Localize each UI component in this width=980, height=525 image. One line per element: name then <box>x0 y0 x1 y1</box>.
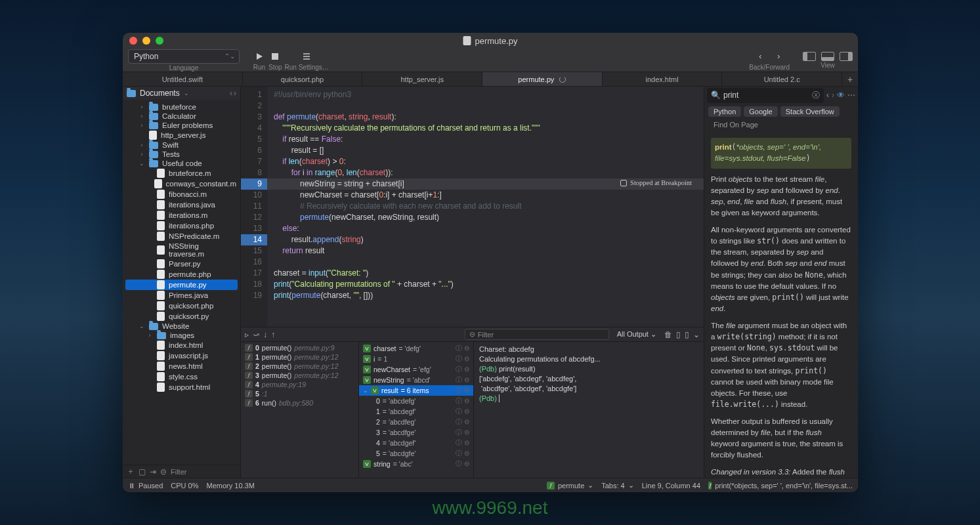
line-number[interactable]: 6 <box>241 145 262 156</box>
line-number[interactable]: 19 <box>241 290 262 301</box>
folder-swift[interactable]: ›Swift <box>123 140 240 150</box>
line-number[interactable]: 8 <box>241 167 262 178</box>
clear-icon[interactable]: ⓧ <box>812 90 820 101</box>
variable-row[interactable]: 1 = 'abcdegf'ⓘ ⊖ <box>359 406 473 417</box>
tab-untitled-2-c[interactable]: Untitled 2.c <box>722 72 842 86</box>
debug-filter[interactable]: ⊝ Filter <box>465 329 609 340</box>
file-nspredicate-m[interactable]: NSPredicate.m <box>123 231 240 242</box>
variable-row[interactable]: 4 = 'abcdgef'ⓘ ⊖ <box>359 438 473 448</box>
file-index-html[interactable]: index.html <box>123 340 240 350</box>
file-news-html[interactable]: news.html <box>123 361 240 371</box>
folder-images[interactable]: ›images <box>123 331 240 340</box>
stackframe[interactable]: 𝑓 3 permute() permute.py:12 <box>241 371 358 380</box>
file-bruteforce-m[interactable]: bruteforce.m <box>123 168 240 178</box>
folder-bruteforce[interactable]: ›bruteforce <box>123 102 240 112</box>
search-input[interactable]: 🔍 print ⓧ <box>707 88 824 103</box>
line-number[interactable]: 16 <box>241 257 262 268</box>
file-permute-php[interactable]: permute.php <box>123 269 240 280</box>
variable-row[interactable]: V string = 'abc'ⓘ ⊖ <box>359 459 473 469</box>
variable-row[interactable]: 3 = 'abcdfge'ⓘ ⊖ <box>359 427 473 438</box>
folder-calculator[interactable]: ›Calculator <box>123 112 240 121</box>
file-javascript-js[interactable]: javascript.js <box>123 350 240 361</box>
more-icon[interactable]: ⋯ <box>847 91 855 100</box>
stackframe[interactable]: 𝑓 4 permute.py:19 <box>241 380 358 389</box>
back-button[interactable]: ‹ <box>754 50 767 63</box>
code-content[interactable]: #!/usr/bin/env python3def permute(charse… <box>267 87 704 327</box>
step-over-button[interactable]: ⤻ <box>253 330 259 339</box>
toggle-left-panel[interactable] <box>803 52 816 61</box>
line-number[interactable]: 12 <box>241 212 262 223</box>
close-button[interactable] <box>129 37 137 45</box>
search-tab-stackoverflow[interactable]: Stack Overflow <box>780 106 840 117</box>
step-into-button[interactable]: ↓ <box>263 330 267 339</box>
new-tab-button[interactable]: + <box>842 72 858 86</box>
variable-row[interactable]: ⌄ V result = 6 itemsⓘ ⊖ <box>359 385 473 396</box>
folder-euler-problems[interactable]: ›Euler problems <box>123 121 240 130</box>
callstack[interactable]: 𝑓 0 permute() permute.py:9𝑓 1 permute() … <box>241 342 359 478</box>
folder-useful-code[interactable]: ⌄Useful code <box>123 159 240 168</box>
trash-button[interactable]: 🗑 <box>664 330 672 339</box>
line-number[interactable]: 11 <box>241 201 262 212</box>
line-gutter[interactable]: 12345678910111213141516171819 <box>241 87 267 327</box>
file-style-css[interactable]: style.css <box>123 371 240 382</box>
file-quicksort-php[interactable]: quicksort.php <box>123 301 240 311</box>
run-button[interactable] <box>253 50 266 63</box>
line-number[interactable]: 5 <box>241 134 262 145</box>
file-iterations-php[interactable]: iterations.php <box>123 220 240 231</box>
line-number[interactable]: 13 <box>241 223 262 234</box>
forward-button[interactable]: › <box>772 50 785 63</box>
tabs-select[interactable]: Tabs: 4 ⌄ <box>601 481 633 490</box>
stackframe[interactable]: 𝑓 1 permute() permute.py:12 <box>241 352 358 362</box>
file-iterations-java[interactable]: iterations.java <box>123 200 240 210</box>
sidebar-back[interactable]: ‹ <box>230 89 232 98</box>
debug-console[interactable]: Charset: abcdefgCalculating permutations… <box>474 342 704 478</box>
file-conways_constant-m[interactable]: conways_constant.m <box>123 178 240 189</box>
tab-quicksort-php[interactable]: quicksort.php <box>243 72 363 86</box>
action-button[interactable]: ⇥ <box>150 467 156 476</box>
pause-indicator[interactable]: ⏸ Paused <box>128 482 163 490</box>
run-settings-button[interactable] <box>300 50 313 63</box>
tab-http_server-js[interactable]: http_server.js <box>362 72 482 86</box>
layout-left[interactable]: ▯ <box>676 330 681 339</box>
language-select[interactable]: Python ⌃⌄ <box>128 49 240 64</box>
line-number[interactable]: 2 <box>241 100 262 112</box>
toggle-bottom-panel[interactable] <box>821 52 834 61</box>
file-nsstring-traverse-m[interactable]: NSString traverse.m <box>123 242 240 259</box>
file-http_server-js[interactable]: http_server.js <box>123 130 240 140</box>
stackframe[interactable]: 𝑓 5 :1 <box>241 389 358 398</box>
line-number[interactable]: 1 <box>241 89 262 100</box>
line-number[interactable]: 14 <box>241 234 267 245</box>
variable-row[interactable]: 0 = 'abcdefg'ⓘ ⊖ <box>359 396 473 406</box>
zoom-button[interactable] <box>156 37 163 45</box>
variable-row[interactable]: V i = 1ⓘ ⊖ <box>359 354 473 364</box>
output-mode-select[interactable]: All Output ⌄ <box>613 330 660 339</box>
sidebar-forward[interactable]: › <box>234 89 236 98</box>
toggle-right-panel[interactable] <box>840 52 853 61</box>
search-tab-python[interactable]: Python <box>708 106 741 117</box>
search-back[interactable]: ‹ <box>826 91 829 100</box>
tab-index-html[interactable]: index.html <box>603 72 723 86</box>
layout-right[interactable]: ▯ <box>685 330 689 339</box>
file-primes-java[interactable]: Primes.java <box>123 290 240 301</box>
minimize-button[interactable] <box>142 37 150 45</box>
stackframe[interactable]: 𝑓 0 permute() permute.py:9 <box>241 343 358 352</box>
variable-row[interactable]: V newString = 'abcd'ⓘ ⊖ <box>359 375 473 385</box>
collapse-button[interactable]: ⌄ <box>693 330 700 339</box>
add-button[interactable]: ＋ <box>127 466 135 477</box>
folder-tests[interactable]: ›Tests <box>123 150 240 159</box>
search-tab-google[interactable]: Google <box>744 106 777 117</box>
line-number[interactable]: 10 <box>241 190 262 201</box>
sidebar-header[interactable]: Documents ⌄ ‹ › <box>123 87 240 100</box>
step-out-button[interactable]: ↑ <box>271 330 275 339</box>
file-iterations-m[interactable]: iterations.m <box>123 210 240 220</box>
find-on-page[interactable]: Find On Page <box>708 119 763 130</box>
folder-website[interactable]: ⌄Website <box>123 322 240 331</box>
stackframe[interactable]: 𝑓 2 permute() permute.py:12 <box>241 362 358 371</box>
new-folder-button[interactable]: ▢ <box>138 467 146 476</box>
symbol-popup[interactable]: 𝑓 print(*objects, sep=' ', end='\n', fil… <box>708 482 853 490</box>
variable-row[interactable]: 5 = 'abcdgfe'ⓘ ⊖ <box>359 448 473 459</box>
variable-row[interactable]: 2 = 'abcdfeg'ⓘ ⊖ <box>359 417 473 427</box>
line-number[interactable]: 18 <box>241 279 262 290</box>
eye-icon[interactable]: 👁 <box>837 91 845 100</box>
file-parser-py[interactable]: Parser.py <box>123 259 240 269</box>
